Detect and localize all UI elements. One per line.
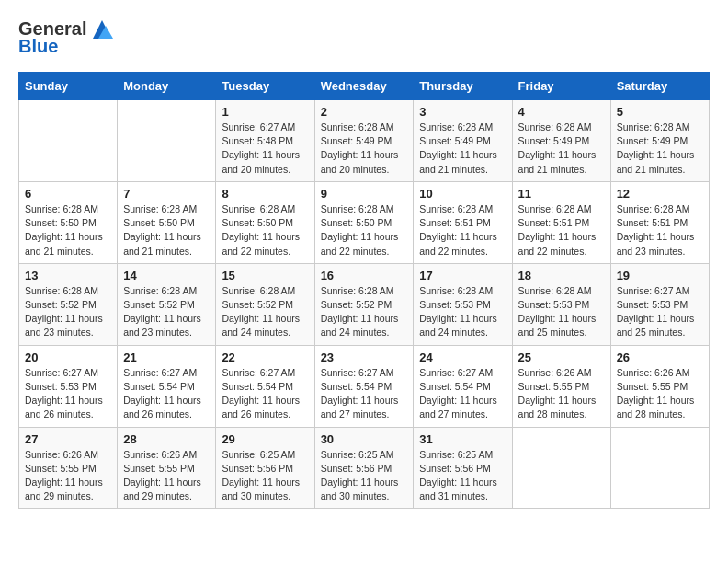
day-number: 4 xyxy=(518,105,605,119)
day-number: 15 xyxy=(222,269,308,282)
day-number: 9 xyxy=(321,187,408,201)
calendar-cell: 23Sunrise: 6:27 AM Sunset: 5:54 PM Dayli… xyxy=(314,345,414,427)
day-detail: Sunrise: 6:27 AM Sunset: 5:53 PM Dayligh… xyxy=(25,366,111,422)
day-detail: Sunrise: 6:26 AM Sunset: 5:55 PM Dayligh… xyxy=(123,448,210,504)
header-day: Saturday xyxy=(610,73,709,100)
calendar-cell: 5Sunrise: 6:28 AM Sunset: 5:49 PM Daylig… xyxy=(610,100,709,182)
day-number: 5 xyxy=(617,105,703,119)
calendar-body: 1Sunrise: 6:27 AM Sunset: 5:48 PM Daylig… xyxy=(19,100,710,509)
calendar-cell xyxy=(19,100,118,182)
day-detail: Sunrise: 6:25 AM Sunset: 5:56 PM Dayligh… xyxy=(419,448,506,504)
calendar-cell: 8Sunrise: 6:28 AM Sunset: 5:50 PM Daylig… xyxy=(216,181,314,263)
day-detail: Sunrise: 6:25 AM Sunset: 5:56 PM Dayligh… xyxy=(222,448,308,504)
logo: General Blue xyxy=(18,18,115,57)
day-number: 17 xyxy=(419,269,506,282)
calendar-cell: 10Sunrise: 6:28 AM Sunset: 5:51 PM Dayli… xyxy=(414,181,512,263)
page-header: General Blue xyxy=(18,18,710,57)
day-detail: Sunrise: 6:28 AM Sunset: 5:53 PM Dayligh… xyxy=(419,284,506,340)
day-number: 22 xyxy=(222,350,308,364)
calendar-cell: 30Sunrise: 6:25 AM Sunset: 5:56 PM Dayli… xyxy=(314,427,414,509)
day-detail: Sunrise: 6:28 AM Sunset: 5:51 PM Dayligh… xyxy=(419,202,506,259)
logo-text-block: General Blue xyxy=(18,18,115,57)
calendar-week-row: 13Sunrise: 6:28 AM Sunset: 5:52 PM Dayli… xyxy=(19,263,710,345)
day-number: 8 xyxy=(222,187,308,201)
calendar-cell: 14Sunrise: 6:28 AM Sunset: 5:52 PM Dayli… xyxy=(118,263,216,345)
day-number: 28 xyxy=(123,432,210,446)
calendar-cell: 15Sunrise: 6:28 AM Sunset: 5:52 PM Dayli… xyxy=(216,263,314,345)
calendar-table: SundayMondayTuesdayWednesdayThursdayFrid… xyxy=(18,72,710,509)
day-number: 11 xyxy=(518,187,605,201)
calendar-cell: 16Sunrise: 6:28 AM Sunset: 5:52 PM Dayli… xyxy=(314,263,414,345)
calendar-cell: 12Sunrise: 6:28 AM Sunset: 5:51 PM Dayli… xyxy=(610,181,709,263)
calendar-cell: 29Sunrise: 6:25 AM Sunset: 5:56 PM Dayli… xyxy=(216,427,314,509)
day-number: 6 xyxy=(25,187,111,201)
day-detail: Sunrise: 6:27 AM Sunset: 5:54 PM Dayligh… xyxy=(419,366,506,422)
calendar-cell: 1Sunrise: 6:27 AM Sunset: 5:48 PM Daylig… xyxy=(216,100,314,182)
header-day: Monday xyxy=(118,73,216,100)
day-detail: Sunrise: 6:28 AM Sunset: 5:50 PM Dayligh… xyxy=(25,202,111,259)
day-detail: Sunrise: 6:27 AM Sunset: 5:54 PM Dayligh… xyxy=(123,366,210,422)
day-number: 10 xyxy=(419,187,506,201)
day-detail: Sunrise: 6:27 AM Sunset: 5:53 PM Dayligh… xyxy=(617,284,703,340)
calendar-week-row: 27Sunrise: 6:26 AM Sunset: 5:55 PM Dayli… xyxy=(19,427,710,509)
logo-icon xyxy=(89,18,115,39)
day-detail: Sunrise: 6:25 AM Sunset: 5:56 PM Dayligh… xyxy=(321,448,408,504)
day-number: 25 xyxy=(518,350,605,364)
header-row: SundayMondayTuesdayWednesdayThursdayFrid… xyxy=(19,73,710,100)
calendar-cell: 26Sunrise: 6:26 AM Sunset: 5:55 PM Dayli… xyxy=(610,345,709,427)
day-number: 14 xyxy=(123,269,210,282)
day-number: 20 xyxy=(25,350,111,364)
calendar-cell: 3Sunrise: 6:28 AM Sunset: 5:49 PM Daylig… xyxy=(414,100,512,182)
day-detail: Sunrise: 6:27 AM Sunset: 5:54 PM Dayligh… xyxy=(222,366,308,422)
calendar-cell: 17Sunrise: 6:28 AM Sunset: 5:53 PM Dayli… xyxy=(414,263,512,345)
day-number: 1 xyxy=(222,105,308,119)
calendar-cell: 2Sunrise: 6:28 AM Sunset: 5:49 PM Daylig… xyxy=(314,100,414,182)
day-number: 30 xyxy=(321,432,408,446)
day-detail: Sunrise: 6:28 AM Sunset: 5:52 PM Dayligh… xyxy=(123,284,210,340)
calendar-cell: 21Sunrise: 6:27 AM Sunset: 5:54 PM Dayli… xyxy=(118,345,216,427)
header-day: Tuesday xyxy=(216,73,314,100)
day-number: 18 xyxy=(518,269,605,282)
day-number: 31 xyxy=(419,432,506,446)
day-number: 2 xyxy=(321,105,408,119)
header-day: Sunday xyxy=(19,73,118,100)
calendar-cell xyxy=(610,427,709,509)
header-day: Friday xyxy=(512,73,610,100)
calendar-cell: 7Sunrise: 6:28 AM Sunset: 5:50 PM Daylig… xyxy=(118,181,216,263)
calendar-cell xyxy=(118,100,216,182)
day-number: 23 xyxy=(321,350,408,364)
day-detail: Sunrise: 6:26 AM Sunset: 5:55 PM Dayligh… xyxy=(617,366,703,422)
day-detail: Sunrise: 6:28 AM Sunset: 5:52 PM Dayligh… xyxy=(321,284,408,340)
calendar-cell: 19Sunrise: 6:27 AM Sunset: 5:53 PM Dayli… xyxy=(610,263,709,345)
day-detail: Sunrise: 6:28 AM Sunset: 5:51 PM Dayligh… xyxy=(617,202,703,259)
calendar-cell: 25Sunrise: 6:26 AM Sunset: 5:55 PM Dayli… xyxy=(512,345,610,427)
calendar-cell: 27Sunrise: 6:26 AM Sunset: 5:55 PM Dayli… xyxy=(19,427,118,509)
day-number: 24 xyxy=(419,350,506,364)
day-detail: Sunrise: 6:28 AM Sunset: 5:52 PM Dayligh… xyxy=(222,284,308,340)
day-number: 27 xyxy=(25,432,111,446)
day-detail: Sunrise: 6:28 AM Sunset: 5:49 PM Dayligh… xyxy=(419,121,506,177)
calendar-cell: 9Sunrise: 6:28 AM Sunset: 5:50 PM Daylig… xyxy=(314,181,414,263)
calendar-cell: 11Sunrise: 6:28 AM Sunset: 5:51 PM Dayli… xyxy=(512,181,610,263)
calendar-cell: 31Sunrise: 6:25 AM Sunset: 5:56 PM Dayli… xyxy=(414,427,512,509)
calendar-week-row: 6Sunrise: 6:28 AM Sunset: 5:50 PM Daylig… xyxy=(19,181,710,263)
day-detail: Sunrise: 6:27 AM Sunset: 5:54 PM Dayligh… xyxy=(321,366,408,422)
calendar-cell: 4Sunrise: 6:28 AM Sunset: 5:49 PM Daylig… xyxy=(512,100,610,182)
day-number: 12 xyxy=(617,187,703,201)
day-number: 16 xyxy=(321,269,408,282)
day-number: 13 xyxy=(25,269,111,282)
day-detail: Sunrise: 6:26 AM Sunset: 5:55 PM Dayligh… xyxy=(25,448,111,504)
day-detail: Sunrise: 6:28 AM Sunset: 5:51 PM Dayligh… xyxy=(518,202,605,259)
calendar-header: SundayMondayTuesdayWednesdayThursdayFrid… xyxy=(19,73,710,100)
header-day: Wednesday xyxy=(314,73,414,100)
calendar-cell: 20Sunrise: 6:27 AM Sunset: 5:53 PM Dayli… xyxy=(19,345,118,427)
day-number: 26 xyxy=(617,350,703,364)
day-detail: Sunrise: 6:28 AM Sunset: 5:49 PM Dayligh… xyxy=(518,121,605,177)
logo-blue: Blue xyxy=(18,36,58,57)
calendar-cell xyxy=(512,427,610,509)
day-detail: Sunrise: 6:27 AM Sunset: 5:48 PM Dayligh… xyxy=(222,121,308,177)
day-number: 29 xyxy=(222,432,308,446)
day-detail: Sunrise: 6:28 AM Sunset: 5:50 PM Dayligh… xyxy=(222,202,308,259)
day-detail: Sunrise: 6:28 AM Sunset: 5:49 PM Dayligh… xyxy=(617,121,703,177)
day-detail: Sunrise: 6:28 AM Sunset: 5:50 PM Dayligh… xyxy=(123,202,210,259)
